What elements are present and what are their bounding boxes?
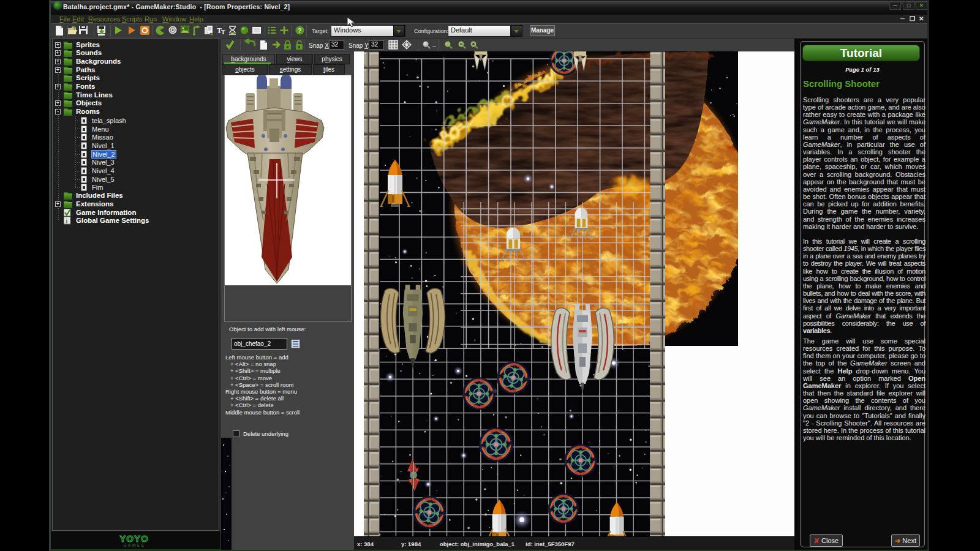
- svg-text:?: ?: [298, 28, 301, 34]
- svg-text:i: i: [66, 217, 68, 224]
- svg-text:T: T: [221, 29, 225, 36]
